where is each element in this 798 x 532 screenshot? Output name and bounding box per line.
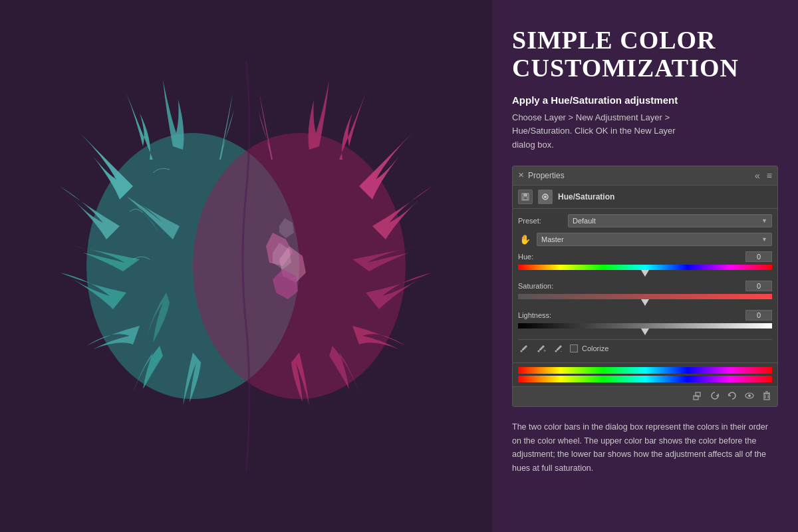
hue-slider-header: Hue: 0 [518, 251, 772, 262]
title-section: SIMPLE COLOR CUSTOMIZATION Apply a Hue/S… [512, 27, 778, 152]
hue-slider-track [518, 265, 772, 270]
saturation-slider-track [518, 294, 772, 299]
preset-row: Preset: Default ▼ [518, 214, 772, 227]
eyedropper-icon [519, 344, 529, 353]
svg-rect-17 [764, 394, 769, 400]
delete-icon [761, 390, 772, 401]
svg-text:+: + [543, 348, 546, 353]
colorize-checkbox[interactable] [570, 344, 578, 352]
hue-slider-track-container[interactable] [518, 265, 772, 277]
channel-dropdown-arrow: ▼ [761, 236, 767, 243]
reset-icon-btn[interactable] [710, 390, 720, 403]
channel-row: ✋ Master ▼ [518, 233, 772, 246]
panel-header-left: ✕ Properties [518, 171, 565, 180]
lightness-slider-header: Lightness: 0 [518, 310, 772, 321]
panel-icon-btn-save[interactable] [518, 190, 533, 204]
eyedropper-subtract-icon: - [554, 344, 563, 353]
saturation-slider-section: Saturation: 0 [518, 281, 772, 306]
circle-icon [541, 193, 549, 201]
colorize-label: Colorize [582, 344, 608, 352]
description: Choose Layer > New Adjustment Layer > Hu… [512, 111, 778, 152]
properties-panel: ✕ Properties « ≡ [512, 166, 778, 407]
preset-label: Preset: [518, 217, 568, 225]
lightness-value[interactable]: 0 [745, 310, 772, 321]
saturation-value[interactable]: 0 [745, 281, 772, 291]
lightness-slider-track [518, 323, 772, 329]
hue-label: Hue: [518, 253, 533, 261]
eyedropper-add-icon: + [537, 344, 546, 353]
color-bars-section [513, 362, 777, 386]
subtitle: Apply a Hue/Saturation adjustment [512, 94, 778, 106]
panel-control-label: Hue/Saturation [558, 192, 614, 201]
lightness-slider-track-container[interactable] [518, 323, 772, 335]
panel-close-button[interactable]: ✕ [518, 171, 524, 180]
reset-icon [710, 390, 720, 401]
lightness-slider-thumb[interactable] [641, 329, 649, 335]
panel-footer [513, 386, 777, 406]
channel-dropdown[interactable]: Master ▼ [537, 233, 772, 246]
preset-dropdown-arrow: ▼ [761, 217, 767, 224]
svg-point-7 [544, 196, 547, 198]
preset-value: Default [573, 217, 596, 225]
right-panel: SIMPLE COLOR CUSTOMIZATION Apply a Hue/S… [492, 0, 798, 532]
undo-icon-btn[interactable] [727, 390, 737, 403]
delete-icon-btn[interactable] [761, 390, 772, 403]
clip-to-layer-icon[interactable] [692, 390, 703, 403]
clip-icon [692, 390, 703, 401]
saturation-label: Saturation: [518, 282, 553, 290]
panel-collapse-button[interactable]: « [755, 170, 760, 181]
eyedropper-add-button[interactable]: + [535, 342, 547, 354]
preset-dropdown[interactable]: Default ▼ [568, 214, 772, 227]
color-bar-lower [518, 376, 772, 382]
saturation-slider-header: Saturation: 0 [518, 281, 772, 291]
hue-slider-thumb[interactable] [641, 270, 649, 277]
main-title: SIMPLE COLOR CUSTOMIZATION [512, 27, 778, 82]
hue-slider-section: Hue: 0 [518, 251, 772, 277]
lightness-slider-section: Lightness: 0 [518, 310, 772, 335]
bottom-description: The two color bars in the dialog box rep… [512, 420, 778, 475]
visibility-icon-btn[interactable] [744, 390, 755, 403]
svg-point-11 [555, 350, 557, 352]
svg-rect-4 [523, 194, 527, 196]
lightness-label: Lightness: [518, 311, 551, 319]
panel-header: ✕ Properties « ≡ [513, 166, 777, 186]
panel-body: Preset: Default ▼ ✋ Master ▼ Hue: 0 [513, 209, 777, 362]
panel-controls-row: Hue/Saturation [513, 186, 777, 209]
svg-point-8 [521, 350, 523, 352]
panel-menu-button[interactable]: ≡ [767, 170, 772, 181]
panel-icon-btn-circle[interactable] [538, 190, 553, 204]
channel-value: Master [541, 235, 564, 243]
artwork-container [0, 0, 492, 532]
eyedropper-subtract-button[interactable]: - [553, 342, 565, 354]
eyedropper-button[interactable] [518, 342, 530, 354]
svg-point-16 [748, 394, 751, 397]
visibility-icon [744, 390, 755, 401]
saturation-slider-track-container[interactable] [518, 294, 772, 306]
colorize-row: Colorize [570, 344, 608, 352]
left-panel [0, 0, 492, 532]
color-bar-upper [518, 367, 772, 374]
undo-icon [727, 390, 737, 401]
panel-title: Properties [528, 171, 565, 180]
saturation-slider-thumb[interactable] [641, 299, 649, 306]
svg-point-9 [538, 350, 540, 352]
hand-icon[interactable]: ✋ [518, 233, 531, 246]
eyedropper-row: + - Colorize [518, 339, 772, 357]
artwork-svg [20, 27, 472, 505]
hue-value[interactable]: 0 [745, 251, 772, 262]
svg-text:-: - [561, 348, 563, 353]
svg-rect-5 [523, 197, 527, 200]
save-icon [521, 193, 529, 201]
